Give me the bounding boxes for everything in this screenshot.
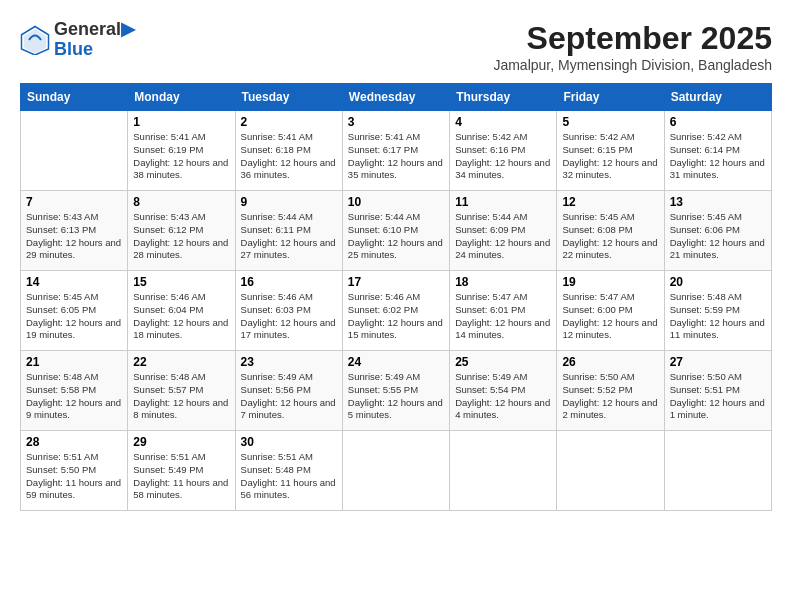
calendar-cell: 10 Sunrise: 5:44 AMSunset: 6:10 PMDaylig… [342, 191, 449, 271]
calendar-cell: 30 Sunrise: 5:51 AMSunset: 5:48 PMDaylig… [235, 431, 342, 511]
calendar-cell: 24 Sunrise: 5:49 AMSunset: 5:55 PMDaylig… [342, 351, 449, 431]
calendar-cell: 2 Sunrise: 5:41 AMSunset: 6:18 PMDayligh… [235, 111, 342, 191]
date-number: 1 [133, 115, 229, 129]
calendar-cell [21, 111, 128, 191]
title-block: September 2025 Jamalpur, Mymensingh Divi… [493, 20, 772, 73]
date-number: 4 [455, 115, 551, 129]
date-number: 8 [133, 195, 229, 209]
date-number: 27 [670, 355, 766, 369]
cell-info: Sunrise: 5:42 AMSunset: 6:16 PMDaylight:… [455, 131, 551, 182]
cell-info: Sunrise: 5:41 AMSunset: 6:18 PMDaylight:… [241, 131, 337, 182]
calendar-cell: 7 Sunrise: 5:43 AMSunset: 6:13 PMDayligh… [21, 191, 128, 271]
date-number: 29 [133, 435, 229, 449]
date-number: 19 [562, 275, 658, 289]
cell-info: Sunrise: 5:41 AMSunset: 6:17 PMDaylight:… [348, 131, 444, 182]
calendar-cell: 11 Sunrise: 5:44 AMSunset: 6:09 PMDaylig… [450, 191, 557, 271]
cell-info: Sunrise: 5:44 AMSunset: 6:09 PMDaylight:… [455, 211, 551, 262]
date-number: 14 [26, 275, 122, 289]
calendar-title: September 2025 [493, 20, 772, 57]
calendar-cell: 6 Sunrise: 5:42 AMSunset: 6:14 PMDayligh… [664, 111, 771, 191]
cell-info: Sunrise: 5:48 AMSunset: 5:57 PMDaylight:… [133, 371, 229, 422]
calendar-cell: 21 Sunrise: 5:48 AMSunset: 5:58 PMDaylig… [21, 351, 128, 431]
date-number: 25 [455, 355, 551, 369]
date-number: 21 [26, 355, 122, 369]
day-header-friday: Friday [557, 84, 664, 111]
cell-info: Sunrise: 5:51 AMSunset: 5:50 PMDaylight:… [26, 451, 122, 502]
calendar-cell: 14 Sunrise: 5:45 AMSunset: 6:05 PMDaylig… [21, 271, 128, 351]
date-number: 24 [348, 355, 444, 369]
logo-icon [20, 25, 50, 55]
calendar-cell: 4 Sunrise: 5:42 AMSunset: 6:16 PMDayligh… [450, 111, 557, 191]
calendar-cell: 5 Sunrise: 5:42 AMSunset: 6:15 PMDayligh… [557, 111, 664, 191]
calendar-cell: 13 Sunrise: 5:45 AMSunset: 6:06 PMDaylig… [664, 191, 771, 271]
date-number: 26 [562, 355, 658, 369]
date-number: 22 [133, 355, 229, 369]
date-number: 18 [455, 275, 551, 289]
cell-info: Sunrise: 5:50 AMSunset: 5:51 PMDaylight:… [670, 371, 766, 422]
calendar-cell: 8 Sunrise: 5:43 AMSunset: 6:12 PMDayligh… [128, 191, 235, 271]
cell-info: Sunrise: 5:46 AMSunset: 6:04 PMDaylight:… [133, 291, 229, 342]
cell-info: Sunrise: 5:43 AMSunset: 6:13 PMDaylight:… [26, 211, 122, 262]
calendar-cell [664, 431, 771, 511]
date-number: 3 [348, 115, 444, 129]
cell-info: Sunrise: 5:48 AMSunset: 5:58 PMDaylight:… [26, 371, 122, 422]
date-number: 20 [670, 275, 766, 289]
date-number: 13 [670, 195, 766, 209]
date-number: 2 [241, 115, 337, 129]
page-header: General▶ Blue September 2025 Jamalpur, M… [20, 20, 772, 73]
cell-info: Sunrise: 5:49 AMSunset: 5:55 PMDaylight:… [348, 371, 444, 422]
cell-info: Sunrise: 5:51 AMSunset: 5:49 PMDaylight:… [133, 451, 229, 502]
day-header-wednesday: Wednesday [342, 84, 449, 111]
cell-info: Sunrise: 5:51 AMSunset: 5:48 PMDaylight:… [241, 451, 337, 502]
cell-info: Sunrise: 5:46 AMSunset: 6:02 PMDaylight:… [348, 291, 444, 342]
calendar-cell: 22 Sunrise: 5:48 AMSunset: 5:57 PMDaylig… [128, 351, 235, 431]
svg-marker-0 [24, 29, 47, 54]
calendar-cell: 15 Sunrise: 5:46 AMSunset: 6:04 PMDaylig… [128, 271, 235, 351]
logo: General▶ Blue [20, 20, 135, 60]
cell-info: Sunrise: 5:49 AMSunset: 5:54 PMDaylight:… [455, 371, 551, 422]
calendar-cell: 12 Sunrise: 5:45 AMSunset: 6:08 PMDaylig… [557, 191, 664, 271]
calendar-cell: 19 Sunrise: 5:47 AMSunset: 6:00 PMDaylig… [557, 271, 664, 351]
calendar-cell: 23 Sunrise: 5:49 AMSunset: 5:56 PMDaylig… [235, 351, 342, 431]
date-number: 23 [241, 355, 337, 369]
calendar-subtitle: Jamalpur, Mymensingh Division, Banglades… [493, 57, 772, 73]
calendar-cell: 9 Sunrise: 5:44 AMSunset: 6:11 PMDayligh… [235, 191, 342, 271]
day-header-thursday: Thursday [450, 84, 557, 111]
calendar-cell: 1 Sunrise: 5:41 AMSunset: 6:19 PMDayligh… [128, 111, 235, 191]
date-number: 6 [670, 115, 766, 129]
date-number: 10 [348, 195, 444, 209]
cell-info: Sunrise: 5:41 AMSunset: 6:19 PMDaylight:… [133, 131, 229, 182]
cell-info: Sunrise: 5:49 AMSunset: 5:56 PMDaylight:… [241, 371, 337, 422]
cell-info: Sunrise: 5:48 AMSunset: 5:59 PMDaylight:… [670, 291, 766, 342]
calendar-cell: 28 Sunrise: 5:51 AMSunset: 5:50 PMDaylig… [21, 431, 128, 511]
calendar-cell: 18 Sunrise: 5:47 AMSunset: 6:01 PMDaylig… [450, 271, 557, 351]
cell-info: Sunrise: 5:43 AMSunset: 6:12 PMDaylight:… [133, 211, 229, 262]
date-number: 5 [562, 115, 658, 129]
cell-info: Sunrise: 5:46 AMSunset: 6:03 PMDaylight:… [241, 291, 337, 342]
date-number: 7 [26, 195, 122, 209]
calendar-cell [557, 431, 664, 511]
day-header-monday: Monday [128, 84, 235, 111]
cell-info: Sunrise: 5:42 AMSunset: 6:14 PMDaylight:… [670, 131, 766, 182]
date-number: 17 [348, 275, 444, 289]
day-header-tuesday: Tuesday [235, 84, 342, 111]
calendar-cell: 26 Sunrise: 5:50 AMSunset: 5:52 PMDaylig… [557, 351, 664, 431]
cell-info: Sunrise: 5:47 AMSunset: 6:01 PMDaylight:… [455, 291, 551, 342]
calendar-cell: 29 Sunrise: 5:51 AMSunset: 5:49 PMDaylig… [128, 431, 235, 511]
calendar-cell [450, 431, 557, 511]
date-number: 9 [241, 195, 337, 209]
cell-info: Sunrise: 5:42 AMSunset: 6:15 PMDaylight:… [562, 131, 658, 182]
date-number: 12 [562, 195, 658, 209]
cell-info: Sunrise: 5:47 AMSunset: 6:00 PMDaylight:… [562, 291, 658, 342]
calendar-table: SundayMondayTuesdayWednesdayThursdayFrid… [20, 83, 772, 511]
cell-info: Sunrise: 5:44 AMSunset: 6:10 PMDaylight:… [348, 211, 444, 262]
calendar-cell: 3 Sunrise: 5:41 AMSunset: 6:17 PMDayligh… [342, 111, 449, 191]
cell-info: Sunrise: 5:45 AMSunset: 6:05 PMDaylight:… [26, 291, 122, 342]
calendar-cell: 20 Sunrise: 5:48 AMSunset: 5:59 PMDaylig… [664, 271, 771, 351]
day-header-sunday: Sunday [21, 84, 128, 111]
cell-info: Sunrise: 5:44 AMSunset: 6:11 PMDaylight:… [241, 211, 337, 262]
cell-info: Sunrise: 5:50 AMSunset: 5:52 PMDaylight:… [562, 371, 658, 422]
day-header-saturday: Saturday [664, 84, 771, 111]
calendar-cell: 25 Sunrise: 5:49 AMSunset: 5:54 PMDaylig… [450, 351, 557, 431]
calendar-cell: 27 Sunrise: 5:50 AMSunset: 5:51 PMDaylig… [664, 351, 771, 431]
